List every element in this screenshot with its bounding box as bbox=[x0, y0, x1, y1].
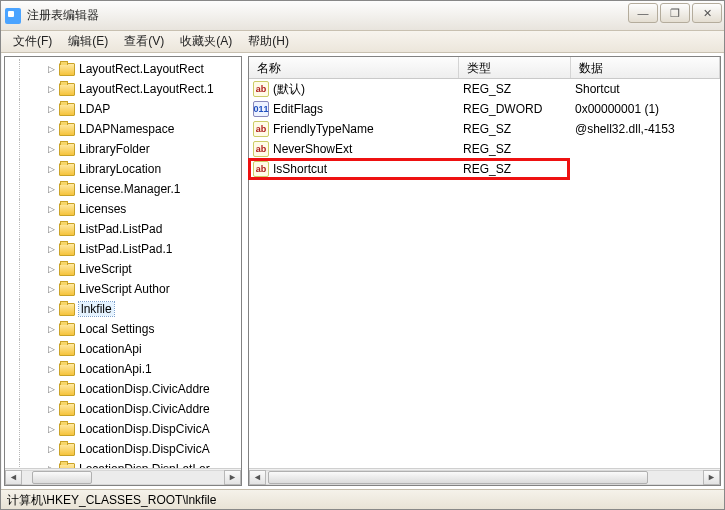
folder-icon bbox=[59, 363, 75, 376]
folder-icon bbox=[59, 343, 75, 356]
tree-item-label: ListPad.ListPad.1 bbox=[79, 242, 172, 256]
tree-pane: ▷LayoutRect.LayoutRect▷LayoutRect.Layout… bbox=[4, 56, 242, 486]
value-row[interactable]: 011EditFlagsREG_DWORD0x00000001 (1) bbox=[249, 99, 720, 119]
expander-icon[interactable]: ▷ bbox=[45, 323, 57, 335]
tree-item-label: LiveScript bbox=[79, 262, 132, 276]
scroll-left-icon[interactable]: ◄ bbox=[249, 470, 266, 485]
expander-icon[interactable]: ▷ bbox=[45, 443, 57, 455]
menu-favorites[interactable]: 收藏夹(A) bbox=[172, 31, 240, 52]
value-row[interactable]: abFriendlyTypeNameREG_SZ@shell32.dll,-41… bbox=[249, 119, 720, 139]
value-data: @shell32.dll,-4153 bbox=[575, 122, 720, 136]
close-button[interactable]: ✕ bbox=[692, 3, 722, 23]
expander-icon[interactable]: ▷ bbox=[45, 63, 57, 75]
tree-item[interactable]: ▷LocationDisp.CivicAddre bbox=[5, 399, 241, 419]
tree-item[interactable]: ▷LocationDisp.CivicAddre bbox=[5, 379, 241, 399]
regedit-icon bbox=[5, 8, 21, 24]
string-value-icon: ab bbox=[253, 121, 269, 137]
menu-help[interactable]: 帮助(H) bbox=[240, 31, 297, 52]
expander-icon[interactable]: ▷ bbox=[45, 403, 57, 415]
value-type: REG_SZ bbox=[463, 162, 575, 176]
tree-item[interactable]: ▷Local Settings bbox=[5, 319, 241, 339]
expander-icon[interactable]: ▷ bbox=[45, 303, 57, 315]
value-name: EditFlags bbox=[273, 102, 463, 116]
expander-icon[interactable]: ▷ bbox=[45, 183, 57, 195]
scroll-right-icon[interactable]: ► bbox=[703, 470, 720, 485]
tree-item-label: LDAP bbox=[79, 102, 110, 116]
tree-item[interactable]: ▷LDAP bbox=[5, 99, 241, 119]
menubar: 文件(F) 编辑(E) 查看(V) 收藏夹(A) 帮助(H) bbox=[1, 31, 724, 53]
expander-icon[interactable]: ▷ bbox=[45, 223, 57, 235]
tree-item[interactable]: ▷LocationDisp.DispCivicA bbox=[5, 419, 241, 439]
scroll-right-icon[interactable]: ► bbox=[224, 470, 241, 485]
string-value-icon: ab bbox=[253, 81, 269, 97]
tree-item[interactable]: ▷LocationApi.1 bbox=[5, 359, 241, 379]
expander-icon[interactable]: ▷ bbox=[45, 163, 57, 175]
folder-icon bbox=[59, 283, 75, 296]
tree-item[interactable]: ▷LocationDisp.DispLatLor bbox=[5, 459, 241, 468]
tree-item[interactable]: ▷ListPad.ListPad.1 bbox=[5, 239, 241, 259]
folder-icon bbox=[59, 403, 75, 416]
expander-icon[interactable]: ▷ bbox=[45, 283, 57, 295]
tree-item[interactable]: ▷LocationDisp.DispCivicA bbox=[5, 439, 241, 459]
value-row[interactable]: abIsShortcutREG_SZ bbox=[249, 159, 720, 179]
column-type[interactable]: 类型 bbox=[459, 57, 571, 78]
expander-icon[interactable]: ▷ bbox=[45, 263, 57, 275]
tree-item[interactable]: ▷LDAPNamespace bbox=[5, 119, 241, 139]
folder-icon bbox=[59, 243, 75, 256]
value-data: Shortcut bbox=[575, 82, 720, 96]
tree-item[interactable]: ▷Licenses bbox=[5, 199, 241, 219]
scroll-thumb[interactable] bbox=[32, 471, 92, 484]
folder-icon bbox=[59, 123, 75, 136]
values-hscrollbar[interactable]: ◄ ► bbox=[249, 468, 720, 485]
tree-item-label: LocationDisp.CivicAddre bbox=[79, 402, 210, 416]
expander-icon[interactable]: ▷ bbox=[45, 123, 57, 135]
minimize-button[interactable]: — bbox=[628, 3, 658, 23]
statusbar: 计算机\HKEY_CLASSES_ROOT\lnkfile bbox=[1, 489, 724, 509]
folder-icon bbox=[59, 423, 75, 436]
titlebar[interactable]: 注册表编辑器 — ❐ ✕ bbox=[1, 1, 724, 31]
values-header: 名称 类型 数据 bbox=[249, 57, 720, 79]
column-data[interactable]: 数据 bbox=[571, 57, 720, 78]
scroll-thumb[interactable] bbox=[268, 471, 648, 484]
expander-icon[interactable]: ▷ bbox=[45, 423, 57, 435]
tree-item[interactable]: ▷lnkfile bbox=[5, 299, 241, 319]
registry-tree[interactable]: ▷LayoutRect.LayoutRect▷LayoutRect.Layout… bbox=[5, 57, 241, 468]
folder-icon bbox=[59, 143, 75, 156]
value-row[interactable]: abNeverShowExtREG_SZ bbox=[249, 139, 720, 159]
tree-item[interactable]: ▷LibraryLocation bbox=[5, 159, 241, 179]
scroll-track[interactable] bbox=[22, 470, 224, 485]
value-name: (默认) bbox=[273, 81, 463, 98]
tree-item-label: LocationDisp.DispCivicA bbox=[79, 442, 210, 456]
value-name: NeverShowExt bbox=[273, 142, 463, 156]
expander-icon[interactable]: ▷ bbox=[45, 103, 57, 115]
tree-hscrollbar[interactable]: ◄ ► bbox=[5, 468, 241, 485]
expander-icon[interactable]: ▷ bbox=[45, 343, 57, 355]
menu-view[interactable]: 查看(V) bbox=[116, 31, 172, 52]
expander-icon[interactable]: ▷ bbox=[45, 363, 57, 375]
menu-file[interactable]: 文件(F) bbox=[5, 31, 60, 52]
tree-item[interactable]: ▷ListPad.ListPad bbox=[5, 219, 241, 239]
tree-item[interactable]: ▷LayoutRect.LayoutRect bbox=[5, 59, 241, 79]
expander-icon[interactable]: ▷ bbox=[45, 203, 57, 215]
column-name[interactable]: 名称 bbox=[249, 57, 459, 78]
tree-item[interactable]: ▷LibraryFolder bbox=[5, 139, 241, 159]
maximize-button[interactable]: ❐ bbox=[660, 3, 690, 23]
expander-icon[interactable]: ▷ bbox=[45, 143, 57, 155]
value-row[interactable]: ab(默认)REG_SZShortcut bbox=[249, 79, 720, 99]
scroll-left-icon[interactable]: ◄ bbox=[5, 470, 22, 485]
values-list[interactable]: ab(默认)REG_SZShortcut011EditFlagsREG_DWOR… bbox=[249, 79, 720, 468]
tree-item-label: LayoutRect.LayoutRect bbox=[79, 62, 204, 76]
tree-item[interactable]: ▷LayoutRect.LayoutRect.1 bbox=[5, 79, 241, 99]
expander-icon[interactable]: ▷ bbox=[45, 83, 57, 95]
status-path: 计算机\HKEY_CLASSES_ROOT\lnkfile bbox=[7, 493, 216, 507]
scroll-track[interactable] bbox=[266, 470, 703, 485]
tree-item[interactable]: ▷LiveScript Author bbox=[5, 279, 241, 299]
menu-edit[interactable]: 编辑(E) bbox=[60, 31, 116, 52]
expander-icon[interactable]: ▷ bbox=[45, 243, 57, 255]
window-buttons: — ❐ ✕ bbox=[628, 3, 722, 23]
expander-icon[interactable]: ▷ bbox=[45, 383, 57, 395]
string-value-icon: ab bbox=[253, 141, 269, 157]
tree-item[interactable]: ▷LocationApi bbox=[5, 339, 241, 359]
tree-item[interactable]: ▷License.Manager.1 bbox=[5, 179, 241, 199]
tree-item[interactable]: ▷LiveScript bbox=[5, 259, 241, 279]
